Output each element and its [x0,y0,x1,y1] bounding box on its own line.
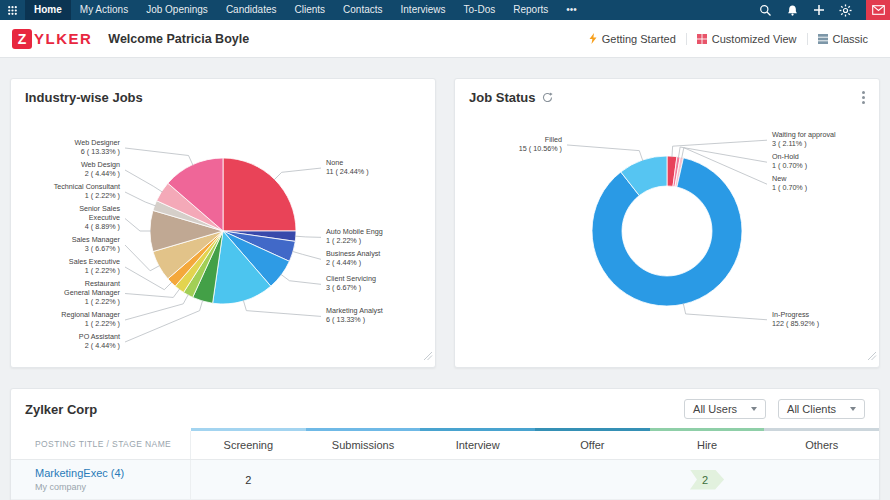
label-leader-line [683,303,767,320]
posting-title-link[interactable]: MarketingExec (4) [35,467,190,479]
app-switcher-icon[interactable] [0,0,25,20]
label-leader-line [125,289,180,298]
label-leader-line [125,170,162,192]
chart-slice-label: On-Hold1 ( 0.70% ) [772,152,807,170]
column-header-hire: Hire [650,431,765,459]
table-title: Zylker Corp [25,402,97,417]
label-leader-line [567,145,643,161]
chart-slice[interactable] [223,158,296,231]
nav-item-reports[interactable]: Reports [504,0,557,20]
classic-view-link[interactable]: Classic [807,33,878,45]
chart-slice-label: Sales Executive1 ( 2.22% ) [69,257,120,275]
table-row: MarketingExec (4)My company22 [11,460,879,500]
nav-right-icons [749,0,890,20]
chart-slice-label: Filled15 ( 10.56% ) [519,135,562,153]
notifications-bell-icon[interactable] [786,4,799,17]
chart-slice-label: Regional Manager1 ( 2.22% ) [61,310,120,328]
nav-item-clients[interactable]: Clients [285,0,334,20]
hire-stage-badge: 2 [690,470,724,490]
getting-started-link[interactable]: Getting Started [579,33,686,45]
resize-handle-icon[interactable] [423,347,433,365]
label-leader-line [292,251,321,259]
chart-slice-label: Sales Manager3 ( 6.67% ) [72,235,121,253]
chart-slice-label: In-Progress122 ( 85.92% ) [772,310,819,328]
customized-view-link[interactable]: Customized View [686,33,807,45]
posting-subtitle: My company [35,482,190,492]
lightning-bolt-icon [589,33,597,44]
nav-items: HomeMy ActionsJob OpeningsCandidatesClie… [25,0,586,20]
nav-item-interviews[interactable]: Interviews [392,0,455,20]
chart-slice-label: Client Servicing3 ( 6.67% ) [326,274,376,292]
industry-jobs-card: Industry-wise Jobs None11 ( 24.44% )Auto… [10,78,436,368]
nav-item-job-openings[interactable]: Job Openings [137,0,217,20]
column-header-interview: Interview [420,431,535,459]
nav-item-candidates[interactable]: Candidates [217,0,286,20]
table-rows: MarketingExec (4)My company22Technical w… [11,460,879,500]
chart-slice-label: Auto Mobile Engg1 ( 2.22% ) [326,227,383,245]
chart-slice-label: Senior SalesExecutive4 ( 8.89% ) [79,204,120,231]
welcome-text: Welcome Patricia Boyle [108,32,249,46]
label-leader-line [274,168,321,180]
industry-jobs-pie-chart[interactable]: None11 ( 24.44% )Auto Mobile Engg1 ( 2.2… [11,105,435,355]
quick-add-plus-icon[interactable] [813,4,825,16]
nav-item-home[interactable]: Home [25,0,71,20]
chart-slice-label: Technical Consultant1 ( 2.22% ) [54,182,120,200]
chart-slice-label: Waiting for approval3 ( 2.11% ) [772,130,836,148]
table-header-row: POSTING TITLE / STAGE NAME ScreeningSubm… [11,431,879,460]
refresh-icon[interactable] [542,92,553,103]
zylker-logo-mark: Z [12,29,32,49]
mail-icon[interactable] [866,0,890,20]
stage-cell [535,460,650,499]
card-options-kebab-icon[interactable] [860,89,867,106]
chevron-down-icon [751,407,757,411]
column-header-offer: Offer [535,431,650,459]
nav-item-my-actions[interactable]: My Actions [71,0,137,20]
stage-cell [420,460,535,499]
label-leader-line [281,274,321,284]
nav-item-more[interactable]: ••• [557,0,586,20]
table-filters: All Users All Clients [684,399,865,419]
column-header-screening: Screening [191,431,306,459]
top-nav: HomeMy ActionsJob OpeningsCandidatesClie… [0,0,890,20]
settings-gear-icon[interactable] [839,4,852,17]
chart-slice-label: Web Design2 ( 4.44% ) [81,160,120,178]
label-leader-line [125,192,156,206]
column-header-others: Others [764,431,879,459]
label-leader-line [125,219,151,232]
stage-cell: 2 [650,460,765,499]
zylker-corp-card: Zylker Corp All Users All Clients POSTIN… [10,388,880,500]
nav-item-to-dos[interactable]: To-Dos [455,0,505,20]
label-leader-line [243,300,321,316]
zylker-logo-text: YLKER [34,30,92,47]
chart-slice-label: RestaurantGeneral Manager1 ( 2.22% ) [64,279,121,306]
posting-title-column-header: POSTING TITLE / STAGE NAME [11,431,191,459]
stage-cell: 2 [191,460,306,499]
header-right-links: Getting Started Customized View Classic [579,33,878,45]
header: Z YLKER Welcome Patricia Boyle Getting S… [0,20,890,58]
column-header-submissions: Submissions [306,431,421,459]
job-status-card: Job Status Waiting for approval3 ( 2.11%… [454,78,880,368]
stage-cell [764,460,879,499]
resize-handle-icon[interactable] [867,347,877,365]
dashboard-main: Industry-wise Jobs None11 ( 24.44% )Auto… [0,78,890,500]
industry-jobs-title: Industry-wise Jobs [11,79,435,105]
chart-slice-label: None11 ( 24.44% ) [326,158,369,176]
job-status-donut-chart[interactable]: Waiting for approval3 ( 2.11% )On-Hold1 … [455,105,879,355]
label-leader-line [125,294,188,320]
chart-slice-label: Business Analyst2 ( 4.44% ) [326,249,380,267]
chart-slice-label: PO Assistant2 ( 4.44% ) [79,332,120,350]
job-status-title: Job Status [469,90,535,105]
search-icon[interactable] [759,4,772,17]
zylker-logo[interactable]: Z YLKER [12,29,92,49]
stage-cell [306,460,421,499]
label-leader-line [295,236,321,237]
chart-slice-label: Web Designer6 ( 13.33% ) [75,138,121,156]
all-users-dropdown[interactable]: All Users [684,399,766,419]
all-clients-dropdown[interactable]: All Clients [778,399,865,419]
label-leader-line [125,300,203,342]
chart-slice-label: Marketing Analyst6 ( 13.33% ) [326,306,383,324]
chart-slice-label: New1 ( 0.70% ) [772,174,807,192]
grid-view-icon [697,34,707,44]
nav-item-contacts[interactable]: Contacts [334,0,391,20]
classic-view-icon [818,34,828,44]
